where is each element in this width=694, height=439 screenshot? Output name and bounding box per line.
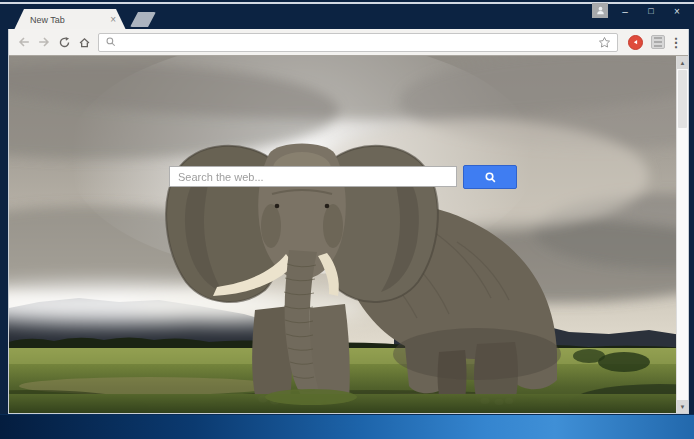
person-icon: [595, 5, 606, 16]
window-controls: – □ ×: [612, 3, 690, 20]
scrollbar[interactable]: ▲ ▼: [676, 56, 688, 413]
new-tab-button[interactable]: [130, 12, 156, 27]
scrollbar-down-button[interactable]: ▼: [677, 400, 688, 413]
forward-arrow-icon: [37, 35, 51, 49]
desktop: New Tab × – □ ×: [0, 0, 694, 439]
back-button[interactable]: [14, 32, 34, 52]
scrollbar-up-button[interactable]: ▲: [677, 56, 688, 69]
close-button[interactable]: ×: [664, 3, 690, 20]
search-button[interactable]: [463, 165, 517, 189]
tab-title: New Tab: [30, 15, 106, 25]
reload-icon: [58, 36, 71, 49]
red-extension-icon[interactable]: [628, 35, 643, 50]
reload-button[interactable]: [54, 32, 74, 52]
white-arrow-icon: [630, 37, 641, 48]
search-input[interactable]: [169, 166, 457, 187]
home-button[interactable]: [74, 32, 94, 52]
background-photo-scene: [9, 56, 688, 413]
list-lines-icon: [654, 41, 662, 43]
tab-close-icon[interactable]: ×: [106, 15, 116, 25]
search-magnifier-icon: [484, 171, 497, 184]
search-icon: [105, 36, 117, 48]
address-input[interactable]: [117, 36, 598, 48]
profile-icon[interactable]: [592, 3, 608, 18]
maximize-button[interactable]: □: [638, 3, 664, 20]
forward-button[interactable]: [34, 32, 54, 52]
gray-extension-icon[interactable]: [651, 35, 665, 49]
titlebar[interactable]: New Tab × – □ ×: [0, 0, 694, 29]
bookmark-star-icon[interactable]: [598, 36, 611, 49]
tab-new-tab[interactable]: New Tab ×: [14, 9, 126, 30]
desktop-taskbar-gradient: [0, 414, 694, 439]
home-icon: [78, 36, 91, 49]
minimize-button[interactable]: –: [612, 3, 638, 20]
address-bar[interactable]: [98, 33, 618, 52]
page-content: ▲ ▼: [9, 56, 688, 413]
browser-toolbar: ⋮: [9, 29, 688, 56]
scrollbar-thumb[interactable]: [678, 70, 687, 128]
back-arrow-icon: [17, 35, 31, 49]
browser-menu-button[interactable]: ⋮: [669, 36, 683, 49]
